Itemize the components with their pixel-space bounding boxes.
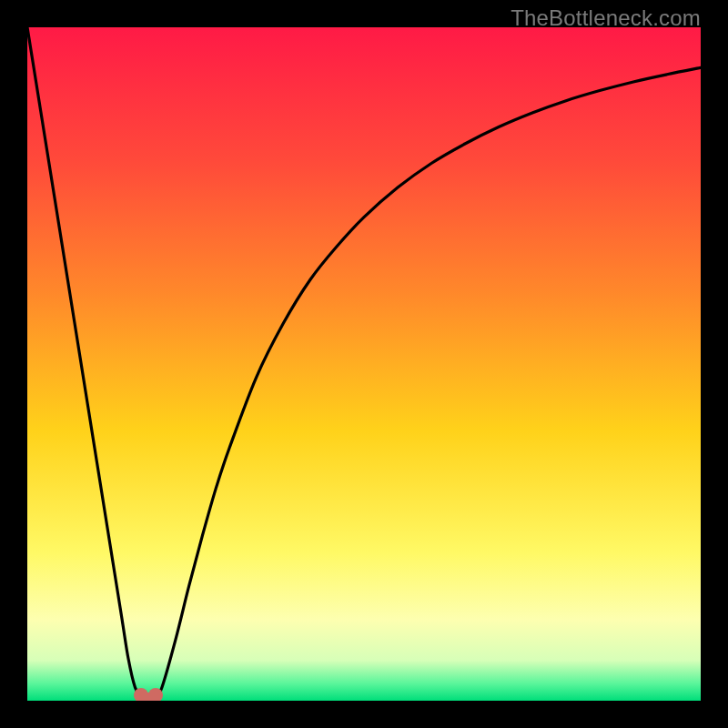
bottleneck-curve <box>27 27 701 701</box>
plot-area <box>27 27 701 701</box>
chart-stage: TheBottleneck.com <box>0 0 728 728</box>
curve-path <box>27 27 701 701</box>
